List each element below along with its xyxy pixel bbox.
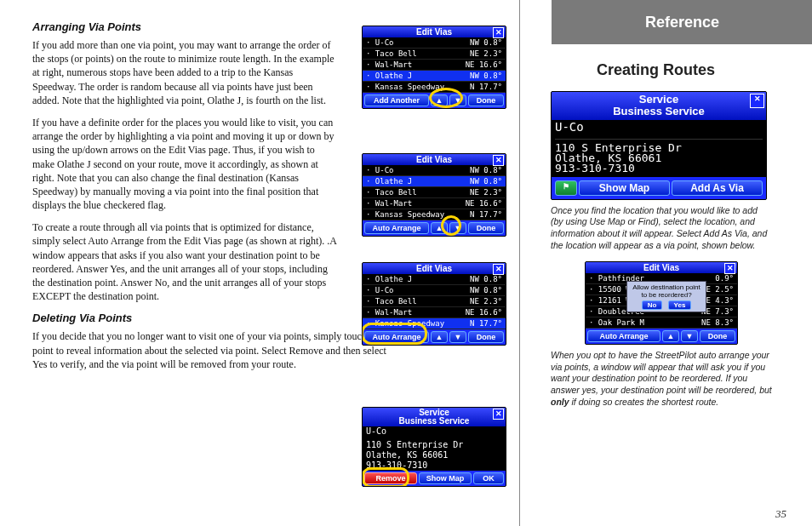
- up-arrow-button[interactable]: ▲: [431, 94, 448, 106]
- list-row[interactable]: · Kansas SpeedwayN 17.7°: [363, 209, 506, 220]
- done-button[interactable]: Done: [468, 331, 504, 343]
- device-edit-vias-1: Edit Vias ✕ · U-CoNW 0.8°· Taco BellNE 2…: [362, 26, 506, 109]
- list-row[interactable]: · Wal-MartNE 16.6°: [363, 60, 506, 71]
- device-title-line2: Business Service: [552, 106, 766, 117]
- device-service-remove: Service Business Service ✕ U-Co 110 S En…: [362, 407, 506, 487]
- list-row[interactable]: · Taco BellNE 2.3°: [363, 187, 506, 198]
- list-row[interactable]: · Taco BellNE 2.3°: [363, 296, 506, 307]
- auto-arrange-button[interactable]: Auto Arrange: [364, 331, 429, 343]
- close-icon[interactable]: ✕: [493, 264, 504, 275]
- para-2: If you have a definite order for the pla…: [32, 116, 339, 212]
- down-arrow-button[interactable]: ▼: [449, 222, 466, 234]
- list-row[interactable]: · Olathe JNW 0.8°: [363, 71, 506, 82]
- caption-2: When you opt to have the StreetPilot aut…: [551, 350, 772, 408]
- reference-tab: Reference: [552, 0, 812, 44]
- done-button[interactable]: Done: [468, 222, 504, 234]
- reorder-dialog: Allow destination point to be reordered?…: [626, 281, 706, 312]
- list-row[interactable]: · Kansas SpeedwayN 17.7°: [363, 318, 506, 329]
- svc-phone: 913-310-7310: [552, 163, 766, 177]
- up-arrow-button[interactable]: ▲: [662, 330, 679, 342]
- close-icon[interactable]: ✕: [493, 409, 504, 420]
- ok-button[interactable]: OK: [473, 472, 504, 484]
- list-row[interactable]: · Oak Park MNE 8.3°: [586, 317, 737, 329]
- svc-addr2: Olathe, KS 66061: [363, 450, 506, 460]
- device-title: Edit Vias: [643, 263, 679, 272]
- auto-arrange-button[interactable]: Auto Arrange: [364, 222, 429, 234]
- list-row[interactable]: · Kansas SpeedwayN 17.7°: [363, 82, 506, 93]
- page-number: 35: [775, 507, 786, 521]
- close-icon[interactable]: ✕: [724, 263, 735, 274]
- device-title: Edit Vias: [416, 27, 452, 37]
- list-row[interactable]: · Olathe JNW 0.8°: [363, 274, 506, 285]
- device-edit-vias-3: Edit Vias ✕ · Olathe JNW 0.8°· U-CoNW 0.…: [362, 262, 506, 346]
- svc-name: U-Co: [552, 120, 766, 132]
- section-title: Creating Routes: [537, 61, 812, 79]
- down-arrow-button[interactable]: ▼: [681, 330, 698, 342]
- svc-name: U-Co: [363, 426, 506, 437]
- list-row[interactable]: · U-CoNW 0.8°: [363, 285, 506, 296]
- done-button[interactable]: Done: [700, 330, 735, 342]
- up-arrow-button[interactable]: ▲: [431, 222, 448, 234]
- para-1: If you add more than one via point, you …: [32, 38, 339, 107]
- device-title: Edit Vias: [416, 155, 452, 164]
- close-icon[interactable]: ✕: [493, 155, 504, 166]
- close-icon[interactable]: ✕: [750, 94, 764, 108]
- remove-button[interactable]: Remove: [364, 472, 417, 484]
- show-map-button[interactable]: Show Map: [579, 180, 670, 196]
- add-as-via-button[interactable]: Add As Via: [672, 180, 763, 196]
- list-row[interactable]: · U-CoNW 0.8°: [363, 165, 506, 176]
- list-row[interactable]: · U-CoNW 0.8°: [363, 37, 506, 49]
- auto-arrange-button[interactable]: Auto Arrange: [587, 330, 660, 342]
- show-map-button[interactable]: Show Map: [419, 472, 472, 484]
- para-4: If you decide that you no longer want to…: [32, 329, 390, 371]
- svc-phone: 913-310-7310: [363, 460, 506, 471]
- list-row[interactable]: · Olathe JNW 0.8°: [363, 176, 506, 187]
- caption-1: Once you find the location that you woul…: [551, 205, 772, 252]
- device-title: Edit Vias: [416, 264, 452, 273]
- dialog-text: Allow destination point to be reordered?: [630, 283, 703, 299]
- device-title-line1: Service: [552, 94, 766, 106]
- down-arrow-button[interactable]: ▼: [449, 331, 466, 343]
- para-3: To create a route through all via points…: [32, 220, 339, 303]
- device-edit-vias-2: Edit Vias ✕ · U-CoNW 0.8°· Olathe JNW 0.…: [362, 153, 506, 237]
- svc-addr1: 110 S Enterprise Dr: [363, 440, 506, 450]
- down-arrow-button[interactable]: ▼: [449, 94, 466, 106]
- device-reorder-dialog: Edit Vias ✕ · Pathfinder 0.9°· 15500 WNE…: [585, 261, 738, 345]
- done-button[interactable]: Done: [468, 94, 504, 106]
- up-arrow-button[interactable]: ▲: [431, 331, 448, 343]
- add-another-button[interactable]: Add Another: [364, 94, 429, 106]
- dialog-no-button[interactable]: No: [642, 300, 663, 310]
- device-service-add-via: Service Business Service ✕ U-Co 110 S En…: [551, 91, 767, 200]
- dialog-yes-button[interactable]: Yes: [668, 300, 692, 310]
- flag-icon[interactable]: ⚑: [555, 180, 577, 196]
- device-title-line2: Business Service: [363, 417, 506, 426]
- close-icon[interactable]: ✕: [493, 27, 504, 38]
- list-row[interactable]: · Wal-MartNE 16.6°: [363, 198, 506, 209]
- list-row[interactable]: · Taco BellNE 2.3°: [363, 49, 506, 60]
- list-row[interactable]: · Wal-MartNE 16.6°: [363, 307, 506, 318]
